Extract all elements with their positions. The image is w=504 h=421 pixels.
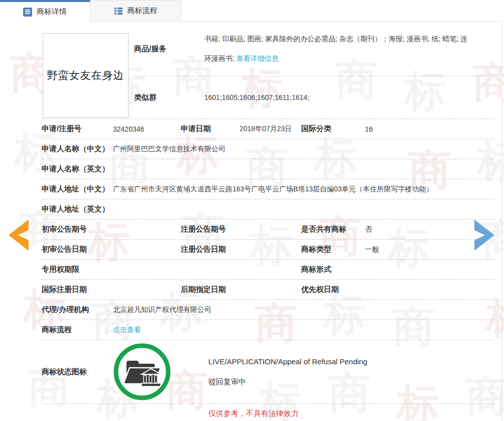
document-icon xyxy=(23,8,32,17)
tab-label: 商标流程 xyxy=(128,6,158,16)
status-folder-bank-icon xyxy=(113,343,171,401)
field-label: 申请/注册号 xyxy=(42,124,113,134)
field-label: 代理/办理机构 xyxy=(42,305,113,314)
table-row: 申请/注册号 32420346 申请日期 2018年07月23日 国际分类 16 xyxy=(42,119,494,139)
table-row: 代理/办理机构 北京超凡知识产权代理有限公司 xyxy=(42,300,494,320)
similar-group-value: 1601;1605;1606;1607;1611;1614; xyxy=(204,93,309,101)
next-page-arrow-button[interactable] xyxy=(474,220,494,251)
tab-trademark-process[interactable]: 商标流程 xyxy=(90,0,181,21)
table-row: 初审公告期号 注册公告期号 是否共有商标 否 xyxy=(42,220,494,240)
field-value: 2018年07月23日 xyxy=(239,125,301,134)
table-row: 申请人地址（英文） xyxy=(42,199,494,220)
tab-trademark-detail[interactable]: 商标详情 xyxy=(0,0,90,22)
field-label: 商标类型 xyxy=(301,245,365,254)
table-row: 国际注册日期 后期指定日期 优先权日期 xyxy=(42,280,494,300)
disclaimer-text: 仅供参考，不具有法律效力 xyxy=(208,409,299,417)
field-label: 国际注册日期 xyxy=(42,285,113,294)
goods-section: 野蛮女友在身边 商品/服务 书籍; 印刷品; 图画; 家具除外的办公必需品; 杂… xyxy=(42,22,494,119)
field-label: 申请人名称（中文） xyxy=(42,144,113,154)
list-icon xyxy=(114,7,123,16)
status-text-en: LIVE/APPLICATION/Appeal of Refusal Pendi… xyxy=(208,357,367,366)
field-value: 16 xyxy=(365,125,494,133)
field-label: 申请日期 xyxy=(181,124,239,134)
trademark-process-row: 商标流程 点击查看 xyxy=(42,320,494,340)
field-label: 初审公告日期 xyxy=(42,245,113,254)
field-label: 申请人地址（英文） xyxy=(42,204,113,214)
goods-services-value: 书籍; 印刷品; 图画; 家具除外的办公必需品; 杂志（期刊）；海报; 漫画书;… xyxy=(204,29,469,68)
field-label: 是否共有商标 xyxy=(301,225,365,234)
trademark-name: 野蛮女友在身边 xyxy=(47,68,124,82)
table-row: 专用权期限 商标形式 xyxy=(42,260,494,280)
similar-group-row: 类似群 1601;1605;1606;1607;1611;1614; xyxy=(134,76,494,119)
status-label: 商标状态图标 xyxy=(42,367,113,377)
field-label: 专用权期限 xyxy=(42,265,113,274)
field-label: 申请人名称（英文） xyxy=(42,164,113,174)
prev-page-arrow-button[interactable] xyxy=(9,220,29,251)
field-label: 优先权日期 xyxy=(301,285,365,294)
table-row: 申请人地址（中文） 广东省广州市天河区黄埔大道西平云路163号广电平云广场B塔1… xyxy=(42,179,494,199)
field-value: 广东省广州市天河区黄埔大道西平云路163号广电平云广场B塔13层自编03单元（本… xyxy=(113,185,494,194)
field-label: 注册公告日期 xyxy=(181,245,239,254)
field-label: 后期指定日期 xyxy=(181,285,239,294)
trademark-image[interactable]: 野蛮女友在身边 xyxy=(43,33,129,118)
table-row: 申请人名称（英文） xyxy=(42,159,494,179)
trademark-status-row: 商标状态图标 LIVE/APPLICATION/Appeal of Refusa… xyxy=(42,340,494,404)
status-text-zh: 驳回复审中 xyxy=(208,377,367,387)
view-detail-link[interactable]: 查看详细信息 xyxy=(236,54,279,62)
similar-group-label: 类似群 xyxy=(134,93,204,102)
field-value: 广州阿里巴巴文学信息技术有限公司 xyxy=(113,145,494,154)
field-label: 商标形式 xyxy=(301,265,365,274)
tab-bar: 商标详情 商标流程 xyxy=(0,0,504,21)
field-label: 申请人地址（中文） xyxy=(42,184,113,194)
click-to-view-link[interactable]: 点击查看 xyxy=(113,326,141,334)
field-label: 国际分类 xyxy=(301,124,365,134)
trademark-detail-panel: 野蛮女友在身边 商品/服务 书籍; 印刷品; 图画; 家具除外的办公必需品; 杂… xyxy=(0,21,502,421)
footer: 仅供参考，不具有法律效力 xyxy=(0,404,501,418)
goods-services-label: 商品/服务 xyxy=(134,44,204,54)
tab-label: 商标详情 xyxy=(37,7,67,17)
field-value: 北京超凡知识产权代理有限公司 xyxy=(113,305,494,314)
field-value: 32420346 xyxy=(113,125,181,133)
process-label: 商标流程 xyxy=(42,325,113,335)
field-label: 注册公告期号 xyxy=(181,225,239,234)
table-row: 初审公告日期 注册公告日期 商标类型 一般 xyxy=(42,240,494,260)
field-label: 初审公告期号 xyxy=(42,225,113,234)
goods-services-row: 商品/服务 书籍; 印刷品; 图画; 家具除外的办公必需品; 杂志（期刊）；海报… xyxy=(134,22,494,76)
table-row: 申请人名称（中文） 广州阿里巴巴文学信息技术有限公司 xyxy=(42,139,494,159)
